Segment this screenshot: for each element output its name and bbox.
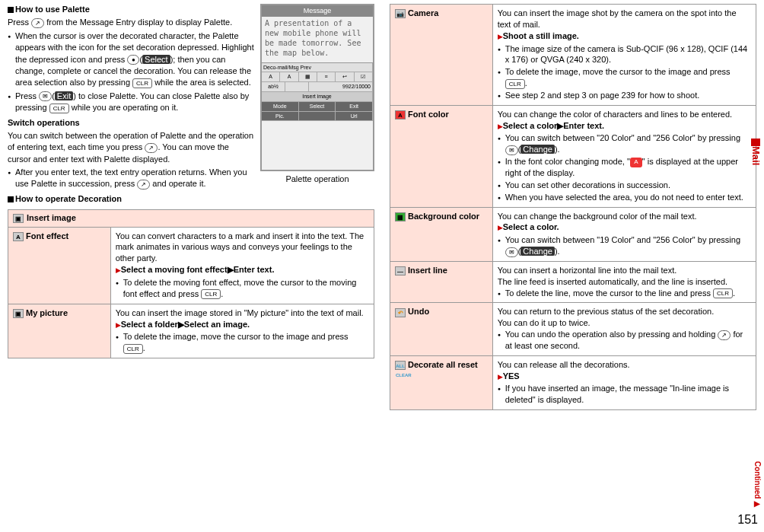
- font-color-desc: You can change the color of characters a…: [492, 105, 756, 207]
- insert-line-icon: —: [395, 266, 406, 276]
- clr-key-icon: CLR: [505, 79, 525, 89]
- mail-key-icon: ✉: [505, 247, 518, 257]
- font-effect-label: AFont effect: [8, 227, 111, 304]
- mail-key-icon: ✉: [505, 145, 518, 155]
- undo-icon: ↶: [395, 308, 406, 317]
- clr-key-icon: CLR: [132, 78, 152, 88]
- background-color-desc: You can change the background color of t…: [492, 207, 756, 261]
- clr-key-icon: CLR: [713, 288, 733, 298]
- call-key-icon: ↗: [718, 330, 731, 340]
- switch-bullet: After you enter text, the text entry ope…: [8, 167, 374, 190]
- font-color-label: AFont color: [390, 105, 493, 207]
- mail-key-icon: ✉: [39, 91, 52, 101]
- font-effect-icon: A: [13, 232, 24, 241]
- center-key-icon: ●: [127, 55, 139, 65]
- insert-image-header: ▣Insert image: [8, 210, 374, 227]
- picture-icon: ▣: [13, 214, 24, 223]
- camera-desc: You can insert the image shot by the cam…: [492, 5, 756, 106]
- call-key-icon: ↗: [145, 143, 158, 153]
- decoration-table-right: 📷Camera You can insert the image shot by…: [390, 4, 756, 410]
- background-color-icon: ▦: [395, 212, 406, 221]
- decorate-all-reset-label: ALLCLEARDecorate all reset: [390, 355, 493, 409]
- continued-indicator: Continued▶: [752, 461, 762, 509]
- call-key-icon: ↗: [137, 180, 150, 190]
- select-softkey-icon: Select: [142, 55, 170, 64]
- change-softkey-icon: Change: [520, 247, 555, 256]
- insert-line-desc: You can insert a horizontal line into th…: [492, 261, 756, 303]
- call-key-icon: ↗: [31, 18, 44, 28]
- font-color-icon: A: [395, 110, 406, 119]
- undo-desc: You can return to the previous status of…: [492, 303, 756, 355]
- exit-softkey-icon: Exit: [55, 91, 73, 100]
- clr-key-icon: CLR: [49, 104, 69, 113]
- insert-line-label: —Insert line: [390, 261, 493, 303]
- my-picture-desc: You can insert the image stored in "My p…: [110, 304, 374, 358]
- change-softkey-icon: Change: [520, 145, 555, 154]
- clr-key-icon: CLR: [201, 289, 221, 299]
- screenshot-header: Message: [262, 5, 373, 17]
- undo-label: ↶Undo: [390, 303, 493, 355]
- font-effect-desc: You can convert characters to a mark and…: [110, 227, 374, 304]
- side-tab: Mail: [749, 137, 762, 165]
- page-number: 151: [737, 511, 758, 528]
- palette-bullet-2: Press ✉(Exit) to close Palette. You can …: [8, 91, 374, 114]
- background-color-label: ▦Background color: [390, 207, 493, 261]
- palette-bullet-1: When the cursor is over the decorated ch…: [8, 30, 374, 89]
- my-picture-label: ▣My picture: [8, 304, 111, 358]
- camera-label: 📷Camera: [390, 5, 493, 106]
- clear-all-icon: ALLCLEAR: [395, 361, 406, 370]
- camera-icon: 📷: [395, 9, 406, 18]
- font-a-icon: A: [630, 158, 642, 167]
- mail-tab-icon: [751, 139, 760, 146]
- insert-image-table: ▣Insert image AFont effect You can conve…: [8, 209, 374, 358]
- clr-key-icon: CLR: [123, 344, 143, 354]
- decorate-all-reset-desc: You can release all the decorations. ▶YE…: [492, 355, 756, 409]
- how-to-operate-decoration-title: How to operate Decoration: [8, 193, 374, 205]
- my-picture-icon: ▣: [13, 309, 24, 318]
